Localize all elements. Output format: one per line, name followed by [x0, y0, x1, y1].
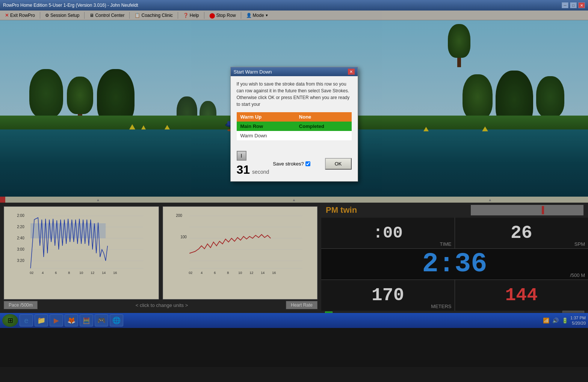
dialog-title-bar: Start Warm Down ✕	[231, 67, 358, 76]
pause-button[interactable]: I	[237, 151, 246, 161]
modal-overlay: Start Warm Down ✕ If you wish to save th…	[0, 20, 588, 197]
start-warm-down-dialog: Start Warm Down ✕ If you wish to save th…	[230, 67, 358, 182]
dialog-title-text: Start Warm Down	[234, 69, 272, 75]
title-text: RowPro Home Edition 5-User 1-Erg (Versio…	[3, 3, 138, 8]
dialog-message: If you wish to save the stroke data from…	[237, 81, 352, 108]
warmup-label: Warm Up	[237, 112, 295, 122]
dialog-close-button[interactable]: ✕	[348, 69, 355, 75]
ok-button[interactable]: OK	[325, 158, 352, 170]
timer-value: 31	[237, 163, 250, 177]
close-button[interactable]: ✕	[578, 2, 585, 8]
dialog-left-controls: I 31 second	[237, 151, 269, 177]
mainrow-status: Completed	[295, 122, 352, 131]
dialog-body: If you wish to save the stroke data from…	[231, 76, 358, 149]
warmdown-status	[295, 131, 352, 140]
table-row-mainrow: Main Row Completed	[237, 122, 352, 131]
dialog-footer: I 31 second Save strokes? OK	[231, 149, 358, 181]
maximize-button[interactable]: □	[570, 2, 577, 8]
dialog-table: Warm Up None Main Row Completed Warm Dow…	[237, 112, 352, 140]
table-row-warmup: Warm Up None	[237, 112, 352, 122]
title-bar: RowPro Home Edition 5-User 1-Erg (Versio…	[0, 0, 588, 11]
table-row-warmdown: Warm Down	[237, 131, 352, 140]
save-strokes-area: Save strokes?	[273, 161, 310, 167]
warmup-status: None	[295, 112, 352, 122]
save-strokes-checkbox[interactable]	[305, 161, 310, 166]
warmdown-label: Warm Down	[237, 131, 295, 140]
timer-unit: second	[252, 169, 269, 175]
window-controls: ─ □ ✕	[562, 2, 585, 8]
mainrow-label: Main Row	[237, 122, 295, 131]
save-strokes-label: Save strokes?	[273, 161, 304, 167]
timer-area: 31 second	[237, 163, 269, 177]
scene-area: Start Warm Down ✕ If you wish to save th…	[0, 20, 588, 197]
dialog-controls: I 31 second Save strokes?	[237, 151, 310, 177]
pause-icon: I	[241, 153, 242, 159]
minimize-button[interactable]: ─	[562, 2, 568, 8]
